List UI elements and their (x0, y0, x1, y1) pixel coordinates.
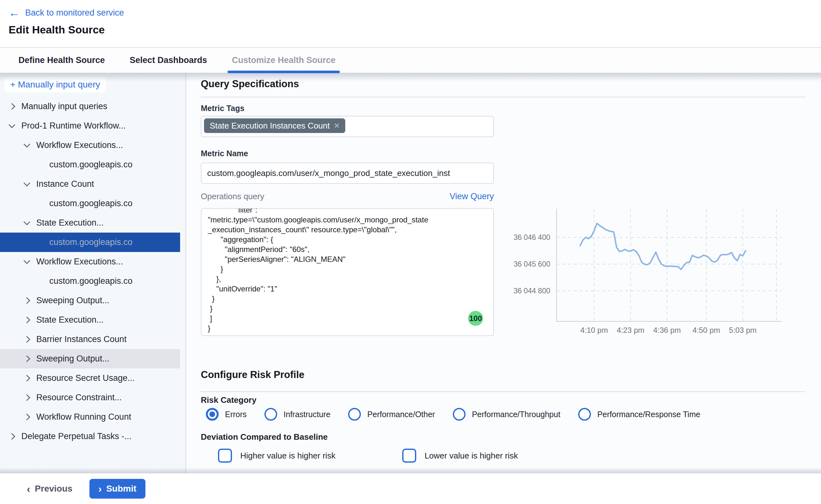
chevron-right-icon[interactable] (24, 336, 30, 343)
wizard-tab-bar: Define Health SourceSelect DashboardsCus… (0, 47, 821, 73)
metric-tags-input[interactable]: State Execution Instances Count × (201, 116, 494, 137)
submit-label: Submit (106, 484, 137, 494)
previous-button[interactable]: ‹ Previous (27, 484, 73, 494)
tree-item-sweeping-output[interactable]: Sweeping Output... (0, 349, 180, 368)
deviation-checkbox-lower-value-is-higher-risk[interactable]: Lower value is higher risk (402, 449, 518, 463)
remove-tag-icon[interactable]: × (334, 122, 339, 130)
chevron-right-icon[interactable] (9, 103, 15, 110)
tree-item-label: State Execution... (36, 315, 104, 325)
tree-item-state-execution[interactable]: State Execution... (0, 310, 186, 330)
tree-item-label: custom.googleapis.co (49, 276, 132, 286)
metric-tag-label: State Execution Instances Count (210, 121, 330, 131)
query-specifications-title: Query Specifications (201, 78, 299, 90)
operations-query-textarea[interactable]: "filter": "metric.type=\"custom.googleap… (201, 208, 494, 336)
add-manual-query-button[interactable]: + Manually input query (4, 77, 106, 92)
tree-item-custom-googleapis-co[interactable]: custom.googleapis.co (0, 233, 180, 252)
radio-icon[interactable] (453, 408, 466, 421)
tree-item-label: Workflow Executions... (36, 257, 123, 267)
tree-item-label: Manually input queries (21, 101, 107, 111)
tree-item-custom-googleapis-co[interactable]: custom.googleapis.co (0, 194, 186, 213)
checkbox-icon[interactable] (218, 449, 232, 463)
svg-text:5:03 pm: 5:03 pm (729, 326, 757, 334)
tree-item-label: Sweeping Output... (36, 354, 109, 364)
chevron-right-icon[interactable] (9, 433, 15, 440)
radio-selected-icon[interactable] (206, 408, 219, 421)
left-arrow-icon: ← (9, 7, 20, 18)
radio-icon[interactable] (264, 408, 277, 421)
chevron-right-icon[interactable] (24, 355, 30, 362)
risk-radio-performance-throughput[interactable]: Performance/Throughput (453, 408, 560, 421)
radio-label: Errors (225, 410, 247, 419)
chevron-down-icon[interactable] (24, 257, 30, 264)
tree-item-manually-input-queries[interactable]: Manually input queries (0, 97, 186, 116)
chevron-down-icon[interactable] (24, 219, 30, 225)
chevron-right-icon[interactable] (24, 394, 30, 401)
metric-tag-chip[interactable]: State Execution Instances Count × (204, 118, 345, 133)
risk-category-label: Risk Category (201, 395, 256, 405)
deviation-baseline-label: Deviation Compared to Baseline (201, 432, 328, 442)
tree-item-label: Prod-1 Runtime Workflow... (21, 121, 126, 131)
previous-label: Previous (35, 484, 72, 494)
chevron-right-icon[interactable] (24, 297, 30, 304)
tab-select-dashboards[interactable]: Select Dashboards (127, 48, 210, 73)
tree-item-workflow-running-count[interactable]: Workflow Running Count (0, 407, 186, 427)
chevron-down-icon[interactable] (24, 180, 30, 186)
page-title: Edit Health Source (9, 24, 105, 36)
tree-item-label: State Execution... (36, 218, 104, 228)
tree-item-prod-1-runtime-workflow[interactable]: Prod-1 Runtime Workflow... (0, 116, 186, 136)
deviation-checkbox-group: Higher value is higher riskLower value i… (218, 449, 518, 463)
divider (201, 391, 805, 392)
tree-item-workflow-executions[interactable]: Workflow Executions... (0, 252, 186, 271)
deviation-checkbox-higher-value-is-higher-risk[interactable]: Higher value is higher risk (218, 449, 335, 463)
chevron-down-icon[interactable] (9, 122, 15, 128)
chevron-right-icon[interactable] (24, 317, 30, 323)
metric-tags-label: Metric Tags (201, 104, 244, 113)
tree-item-state-execution[interactable]: State Execution... (0, 213, 186, 233)
operations-query-row: Operations query View Query (201, 192, 494, 201)
svg-text:36 044 800: 36 044 800 (514, 287, 550, 295)
divider (201, 97, 805, 97)
chevron-right-icon[interactable] (24, 414, 30, 420)
view-query-link[interactable]: View Query (450, 192, 494, 201)
tree-item-label: Instance Count (36, 179, 94, 189)
content-area: + Manually input query Manually input qu… (0, 73, 821, 473)
svg-text:36 046 400: 36 046 400 (514, 233, 550, 241)
records-count-badge: 100 (468, 311, 483, 326)
checkbox-icon[interactable] (402, 449, 416, 463)
chevron-right-icon[interactable] (24, 375, 30, 381)
operations-query-text: "filter": "metric.type=\"custom.googleap… (208, 208, 487, 333)
tab-define-health-source[interactable]: Define Health Source (15, 48, 108, 73)
risk-radio-errors[interactable]: Errors (206, 408, 247, 421)
chevron-right-icon: › (98, 484, 102, 493)
tree-item-workflow-executions[interactable]: Workflow Executions... (0, 136, 186, 155)
radio-icon[interactable] (578, 408, 591, 421)
radio-label: Performance/Throughput (472, 410, 560, 419)
tab-customize-health-source[interactable]: Customize Health Source (229, 48, 339, 73)
svg-text:36 045 600: 36 045 600 (514, 260, 550, 268)
page-header: ← Back to monitored service Edit Health … (0, 0, 821, 47)
checkbox-label: Lower value is higher risk (425, 451, 518, 461)
svg-text:4:50 pm: 4:50 pm (692, 326, 720, 334)
tree-item-label: Workflow Running Count (36, 412, 131, 422)
tree-item-barrier-instances-count[interactable]: Barrier Instances Count (0, 330, 186, 349)
radio-icon[interactable] (348, 408, 361, 421)
tree-item-sweeping-output[interactable]: Sweeping Output... (0, 291, 186, 310)
risk-radio-performance-other[interactable]: Performance/Other (348, 408, 435, 421)
tree-item-custom-googleapis-co[interactable]: custom.googleapis.co (0, 155, 186, 174)
tree-item-resource-secret-usage[interactable]: Resource Secret Usage... (0, 368, 186, 388)
chevron-down-icon[interactable] (24, 141, 30, 148)
radio-label: Performance/Other (367, 410, 435, 419)
tree-item-label: Barrier Instances Count (36, 334, 127, 344)
metric-name-input[interactable]: custom.googleapis.com/user/x_mongo_prod_… (201, 163, 494, 184)
tree-item-instance-count[interactable]: Instance Count (0, 174, 186, 194)
risk-radio-performance-response-time[interactable]: Performance/Response Time (578, 408, 700, 421)
risk-radio-infrastructure[interactable]: Infrastructure (264, 408, 330, 421)
main-panel: Query Specifications Metric Tags State E… (186, 73, 821, 473)
radio-label: Performance/Response Time (597, 410, 700, 419)
tree-item-resource-constraint[interactable]: Resource Constraint... (0, 388, 186, 407)
tree-item-delegate-perpetual-tasks[interactable]: Delegate Perpetual Tasks -... (0, 427, 186, 446)
tree-item-custom-googleapis-co[interactable]: custom.googleapis.co (0, 271, 186, 291)
submit-button[interactable]: › Submit (89, 479, 145, 499)
tree-item-label: Resource Secret Usage... (36, 373, 135, 383)
back-to-monitored-service-link[interactable]: ← Back to monitored service (9, 7, 124, 18)
